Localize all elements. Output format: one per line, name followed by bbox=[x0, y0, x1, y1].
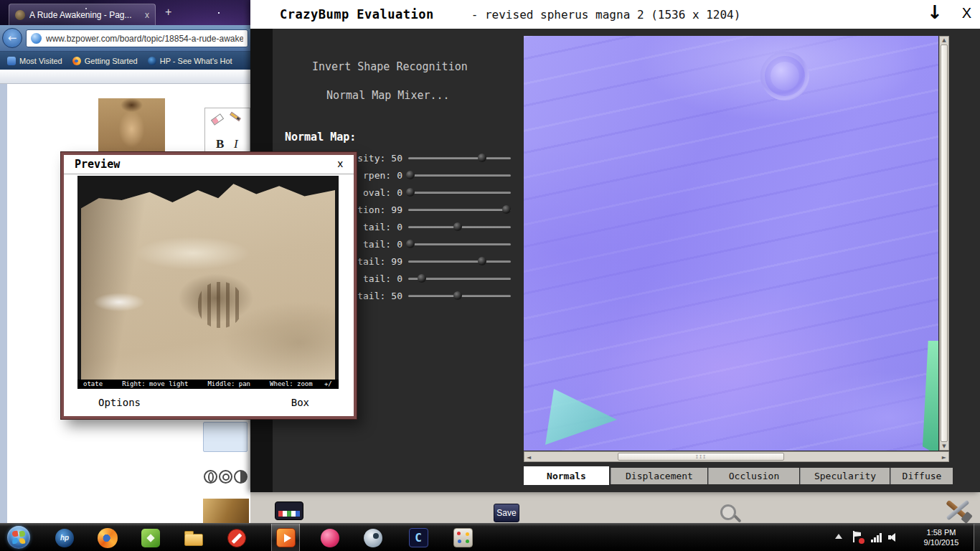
preview-3d-viewport[interactable]: otate Right: move light Middle: pan Whee… bbox=[77, 176, 339, 389]
browser-tab[interactable]: A Rude Awakening - Pag... x bbox=[9, 4, 156, 25]
circle-icon[interactable] bbox=[234, 470, 248, 484]
blue-c-icon: C bbox=[409, 528, 428, 547]
network-icon[interactable] bbox=[871, 532, 882, 542]
scroll-left-icon[interactable]: ◄ bbox=[527, 454, 531, 461]
globe-icon bbox=[31, 33, 42, 44]
taskbar-active-app-button[interactable] bbox=[271, 524, 300, 551]
slider-track[interactable] bbox=[408, 243, 511, 245]
url-bar[interactable]: www.bzpower.com/board/topic/18854-a-rude… bbox=[26, 29, 248, 47]
back-button[interactable]: ← bbox=[2, 28, 22, 48]
minimize-arrow-icon[interactable]: ↓ bbox=[927, 1, 943, 23]
scroll-up-icon[interactable]: ▲ bbox=[942, 37, 946, 44]
invert-shape-recognition-link[interactable]: Invert Shape Recognition bbox=[312, 60, 468, 73]
tab-specularity[interactable]: Specularity bbox=[800, 468, 890, 484]
taskbar-green-app-button[interactable] bbox=[136, 524, 165, 551]
emoticon-icons bbox=[204, 470, 248, 484]
tab-close-icon[interactable]: x bbox=[145, 10, 149, 20]
taskbar-blocker-button[interactable] bbox=[222, 524, 251, 551]
taskbar-pink-app-button[interactable] bbox=[316, 524, 344, 551]
slider-track[interactable] bbox=[408, 209, 511, 211]
tab-occlusion[interactable]: Occlusion bbox=[708, 468, 799, 484]
slider-handle[interactable] bbox=[502, 205, 511, 214]
most-visited-icon bbox=[7, 57, 16, 65]
save-button[interactable]: Save bbox=[494, 504, 519, 522]
keyboard-app-icon[interactable] bbox=[275, 501, 303, 520]
slider-handle[interactable] bbox=[406, 240, 415, 248]
start-button[interactable] bbox=[7, 526, 30, 549]
slider-track[interactable] bbox=[408, 174, 511, 176]
preview-close-icon[interactable]: x bbox=[338, 157, 344, 169]
bookmark-most-visited[interactable]: Most Visited bbox=[7, 57, 62, 65]
slider-handle[interactable] bbox=[418, 274, 426, 283]
circle-icon[interactable] bbox=[204, 470, 217, 484]
taskbar-paint-button[interactable] bbox=[448, 524, 477, 551]
taskbar-firefox-button[interactable] bbox=[93, 524, 122, 551]
taskbar-hp-button[interactable]: hp bbox=[50, 524, 79, 551]
slider-handle[interactable] bbox=[478, 154, 486, 162]
close-window-icon[interactable]: X bbox=[962, 5, 971, 22]
slider-label: tail: bbox=[363, 273, 391, 284]
crazybump-titlebar[interactable]: CrazyBump Evaluation - revised spherus m… bbox=[250, 0, 980, 29]
clock-time: 1:58 PM bbox=[913, 527, 970, 537]
slider-track[interactable] bbox=[408, 278, 511, 280]
taskbar-blue-c-button[interactable]: C bbox=[404, 524, 433, 551]
taskbar-steam-button[interactable] bbox=[359, 524, 387, 551]
circle-icon[interactable] bbox=[219, 470, 232, 484]
slider-handle[interactable] bbox=[453, 222, 462, 231]
clock-date: 9/10/2015 bbox=[913, 537, 970, 547]
firefox-titlebar[interactable]: A Rude Awakening - Pag... x + bbox=[0, 0, 250, 25]
eraser-icon[interactable] bbox=[211, 113, 224, 126]
bold-button[interactable]: B bbox=[216, 137, 224, 151]
normal-map-mixer-link[interactable]: Normal Map Mixer... bbox=[326, 89, 450, 102]
options-button[interactable]: Options bbox=[98, 397, 141, 408]
slider-value: 0 bbox=[397, 187, 402, 198]
window-subtitle: - revised spherus magna 2 (1536 x 1204) bbox=[471, 8, 741, 22]
palette-icon bbox=[453, 528, 473, 547]
taskbar: hp C 1:58 PM 9/10/2015 bbox=[0, 523, 980, 551]
slider-track[interactable] bbox=[408, 226, 511, 228]
taskbar-explorer-button[interactable] bbox=[179, 524, 208, 551]
slider-value: 0 bbox=[397, 239, 402, 250]
new-tab-button[interactable]: + bbox=[165, 6, 171, 18]
bookmark-label: HP - See What's Hot bbox=[160, 57, 232, 65]
slider-handle[interactable] bbox=[478, 257, 486, 265]
box-button[interactable]: Box bbox=[291, 397, 309, 408]
horizontal-scroll-thumb[interactable]: III bbox=[618, 453, 784, 461]
show-hidden-icons-button[interactable] bbox=[835, 534, 842, 539]
italic-button[interactable]: I bbox=[234, 137, 238, 151]
slider-track[interactable] bbox=[408, 192, 511, 194]
pencil-icon[interactable] bbox=[230, 112, 241, 121]
slider-track[interactable] bbox=[408, 295, 511, 297]
tab-displacement[interactable]: Displacement bbox=[611, 468, 707, 484]
forum-post-image-2[interactable] bbox=[203, 499, 249, 523]
clock[interactable]: 1:58 PM 9/10/2015 bbox=[913, 527, 970, 547]
viewport-help-text: otate Right: move light Middle: pan Whee… bbox=[77, 380, 339, 389]
show-desktop-button[interactable] bbox=[974, 524, 980, 551]
start-flag-red bbox=[11, 530, 18, 537]
flag-alert-badge bbox=[859, 538, 864, 544]
bookmark-getting-started[interactable]: Getting Started bbox=[72, 57, 138, 65]
vertical-scroll-thumb[interactable] bbox=[941, 44, 948, 442]
horizontal-scrollbar[interactable]: ◄ III ► bbox=[524, 451, 949, 462]
crossed-tools-icon[interactable] bbox=[941, 496, 976, 525]
folder-icon bbox=[184, 534, 203, 546]
slider-value: 99 bbox=[391, 256, 402, 267]
slider-handle[interactable] bbox=[406, 171, 415, 179]
crazybump-window: CrazyBump Evaluation - revised spherus m… bbox=[250, 0, 980, 492]
normal-map-canvas[interactable] bbox=[524, 36, 938, 451]
tab-diffuse[interactable]: Diffuse bbox=[890, 468, 953, 484]
slider-track[interactable] bbox=[408, 260, 511, 263]
scroll-right-icon[interactable]: ► bbox=[942, 454, 946, 461]
vertical-scrollbar[interactable]: ▲ ▼ bbox=[939, 36, 949, 451]
slider-handle[interactable] bbox=[453, 291, 462, 300]
slider-handle[interactable] bbox=[406, 188, 415, 197]
magnifier-icon[interactable] bbox=[720, 504, 736, 520]
volume-icon[interactable] bbox=[888, 533, 898, 542]
scroll-down-icon[interactable]: ▼ bbox=[942, 443, 946, 450]
page-header-strip bbox=[0, 70, 250, 84]
action-center-flag-icon[interactable] bbox=[852, 531, 864, 544]
slider-track[interactable] bbox=[408, 157, 511, 159]
preview-titlebar[interactable]: Preview x bbox=[64, 155, 354, 174]
bookmark-hp[interactable]: HP - See What's Hot bbox=[148, 57, 232, 65]
tab-normals[interactable]: Normals bbox=[524, 466, 609, 485]
